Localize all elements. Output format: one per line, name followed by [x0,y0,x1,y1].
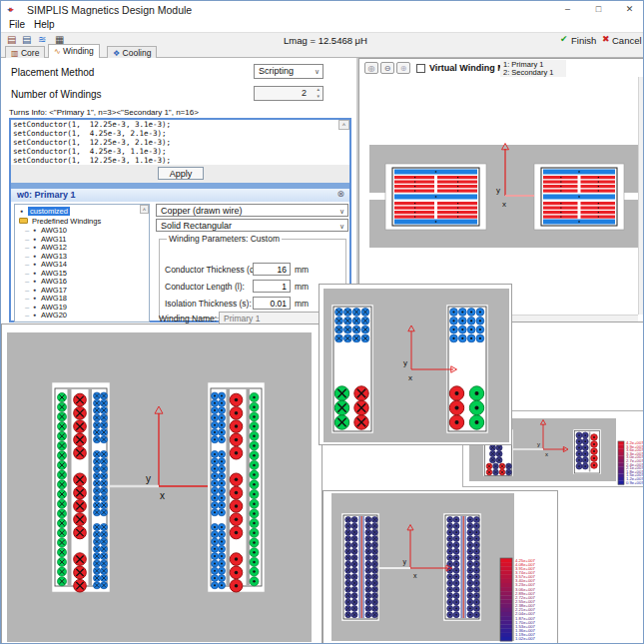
cooling-icon: ❖ [113,50,120,58]
script-editor[interactable]: setConductor(1, 12.25e-3, 3.1e-3);setCon… [13,120,338,165]
chevron-down-icon: ∨ [339,205,344,217]
chevron-down-icon: ∨ [339,220,344,232]
zoom-in-icon[interactable]: ⊕ [396,62,410,74]
svg-text:x: x [413,572,417,579]
winding-params-title: Winding Parameters: Custom [167,234,282,244]
folder-icon [19,218,28,224]
vwm-checkbox[interactable] [416,64,425,73]
vertical-scrollbar[interactable] [638,77,644,315]
script-scroll-up-icon[interactable]: ˄ [338,120,349,130]
svg-text:y: y [146,473,151,484]
script-line: setConductor(1, 4.25e-3, 1.1e-3); [13,147,338,156]
window-title: SIMPLIS Magnetics Design Module [27,4,192,16]
param-label: Conductor Length (l): [165,282,245,292]
export-icon[interactable]: ▤ [22,35,31,45]
conductor-length-input[interactable]: 1 [253,280,291,293]
winding-name-label: Winding Name: [159,314,217,323]
app-window: ◂▸ SIMPLIS Magnetics Design Module – □ ✕… [0,0,644,644]
winding-view-window-bottom: yx4.25e+0074.08e+0073.91e+0073.74e+0073.… [322,490,558,644]
tab-core[interactable]: ▥ Core [5,46,45,58]
menu-help[interactable]: Help [34,19,55,30]
svg-text:y: y [537,441,540,447]
winding-view-window-mid: yx [319,284,512,445]
save-icon[interactable]: ▤ [7,35,16,45]
num-windings-label: Number of Windings [11,89,102,100]
svg-text:x: x [545,451,548,457]
cancel-x-icon: ✖ [602,35,610,44]
script-line: setConductor(1, 12.25e-3, 3.1e-3); [13,120,338,129]
maximize-button[interactable]: □ [583,1,614,19]
minimize-button[interactable]: – [552,1,583,19]
w0-section-title: w0: Primary 1 [17,190,76,200]
tab-cooling[interactable]: ❖ Cooling [107,46,157,58]
zoom-fit-icon[interactable]: ◎ [364,62,378,74]
svg-text:x: x [160,490,165,501]
menubar: File Help [1,19,644,32]
winding-cross-section-b: yx [320,285,512,445]
param-unit: mm [295,282,309,292]
chevron-down-icon: ∨ [315,65,320,78]
core-icon: ▥ [11,50,19,58]
winding-cross-section-d: yx4.25e+0074.08e+0073.91e+0073.74e+0073.… [323,491,558,644]
placement-method-dropdown[interactable]: Scripting∨ [254,64,323,79]
svg-text:x: x [502,200,506,209]
num-windings-spinner[interactable]: 2 ▴ ▾ [254,86,323,101]
collapse-section-icon[interactable]: ⊗ [336,190,344,199]
zoom-out-icon[interactable]: ⊖ [380,62,394,74]
winding-icon: ∿ [54,48,61,56]
w0-section-header[interactable]: w0: Primary 1 ⊗ [11,189,349,202]
script-line: setConductor(1, 4.25e-3, 2.1e-3); [13,129,338,138]
num-windings-value: 2 [302,88,307,98]
menu-file[interactable]: File [9,19,25,30]
conductor-thickness-input[interactable]: 16 [253,263,291,276]
svg-text:y: y [496,186,500,195]
svg-text:1.02e+007: 1.02e+007 [515,636,536,641]
spinner-down-icon[interactable]: ▾ [317,94,320,99]
script-line: setConductor(1, 12.25e-3, 2.1e-3); [13,138,338,147]
turns-info-label: Turns Info: <"Primary 1", n=3><"Secondar… [9,108,199,117]
winding-view-window-large: yx [1,323,322,644]
titlebar: ◂▸ SIMPLIS Magnetics Design Module – □ ✕ [1,1,644,19]
vwm-legend: 1: Primary 1 2: Secondary 1 [500,60,566,77]
winding-type-tree: ●customizedPredefined Windings–●AWG10–●A… [14,204,150,322]
param-label: Isolation Thickness (s): [165,299,252,309]
finish-check-icon: ✔ [560,35,568,44]
svg-text:y: y [403,358,407,367]
legend-entry: 2: Secondary 1 [503,69,566,77]
winding-cross-section-a: yx [2,324,322,644]
finish-button[interactable]: Finish [571,35,596,46]
svg-text:0.9e+007: 0.9e+007 [626,480,644,485]
svg-text:x: x [408,373,412,382]
spinner-up-icon[interactable]: ▴ [317,87,320,92]
material-dropdown[interactable]: Copper (drawn wire)∨ [156,204,348,217]
tab-strip: ▥ Core ∿ Winding ❖ Cooling [1,46,644,58]
apply-strip: Apply [11,165,349,183]
app-icon: ◂▸ [7,5,12,14]
cancel-button[interactable]: Cancel [612,35,642,46]
tab-winding[interactable]: ∿ Winding [48,44,100,58]
param-unit: mm [295,299,309,309]
param-unit: mm [295,265,309,275]
param-label: Conductor Thickness (d): [165,265,260,275]
svg-text:y: y [403,558,407,566]
script-line: setConductor(1, 12.25e-3, 1.1e-3); [13,156,338,165]
tree-scroll-up-icon[interactable]: ˄ [140,205,149,214]
param-row: Conductor Thickness (d): 16 mm [159,263,348,277]
lmag-readout: Lmag = 12.5468 μH [251,35,400,46]
winding-stack-icon[interactable]: ≋ [38,35,46,45]
placement-method-label: Placement Method [11,67,94,78]
close-button[interactable]: ✕ [614,1,644,19]
apply-button[interactable]: Apply [158,167,204,180]
wire-shape-dropdown[interactable]: Solid Rectangular∨ [156,219,348,232]
isolation-thickness-input[interactable]: 0.01 [253,297,291,310]
